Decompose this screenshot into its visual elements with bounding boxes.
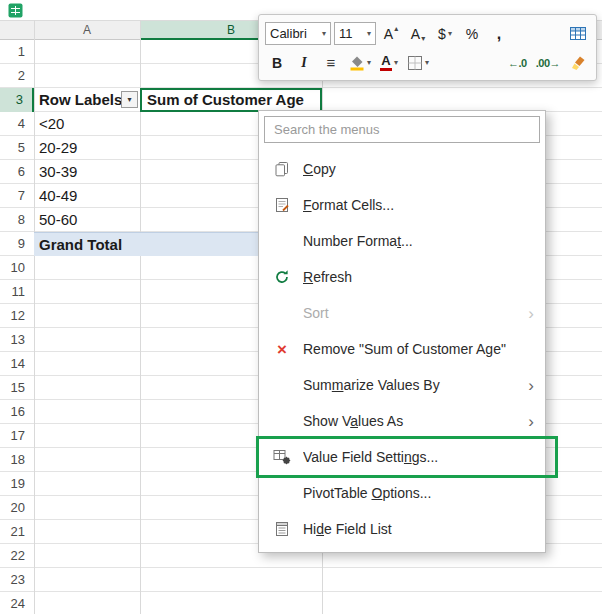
borders-button[interactable]: ▾ [404, 50, 432, 75]
chevron-down-icon: ▾ [367, 58, 371, 67]
format-painter-icon [570, 55, 586, 71]
format-as-table-button[interactable] [566, 21, 590, 46]
font-name-value: Calibri [270, 26, 307, 41]
increase-decimal-button[interactable]: ←.0 [505, 50, 530, 75]
align-center-button[interactable]: ≡ [319, 50, 343, 75]
chevron-down-icon: ▾ [394, 58, 398, 67]
row-header-10[interactable]: 10 [0, 256, 34, 280]
row-header-2[interactable]: 2 [0, 64, 34, 88]
excel-window: A B 123456789101112131415161718192021222… [0, 0, 602, 614]
decrease-decimal-button[interactable]: .00→ [533, 50, 563, 75]
row-header-15[interactable]: 15 [0, 376, 34, 400]
pivot-row-label-cell[interactable]: 50-60 [34, 208, 140, 232]
font-name-select[interactable]: Calibri ▾ [265, 22, 331, 45]
menu-item-value-field-settings[interactable]: Value Field Settings... [264, 439, 540, 475]
row-header-11[interactable]: 11 [0, 280, 34, 304]
font-size-select[interactable]: 11 ▾ [334, 22, 376, 45]
menu-item-show-values-as[interactable]: Show Values As › [264, 403, 540, 439]
row-labels-header-cell[interactable]: Row Labels ▾ [34, 88, 140, 112]
chevron-down-icon: ▾ [322, 29, 326, 38]
menu-item-remove-sum-of-customer-age[interactable]: × Remove "Sum of Customer Age" [264, 331, 540, 367]
chevron-down-icon: ▾ [367, 29, 371, 38]
menu-item-label: PivotTable Options... [303, 485, 534, 501]
bold-button[interactable]: B [265, 50, 289, 75]
menu-item-format-cells[interactable]: Format Cells... [264, 187, 540, 223]
active-cell-sum-of-customer-age[interactable]: Sum of Customer Age [140, 88, 322, 112]
format-painter-button[interactable] [566, 50, 590, 75]
menu-item-label: Refresh [303, 269, 534, 285]
row-header-20[interactable]: 20 [0, 496, 34, 520]
pivot-row-label-cell[interactable]: 20-29 [34, 136, 140, 160]
chevron-down-icon: ▾ [448, 29, 452, 38]
font-color-letter: A [381, 55, 390, 67]
row-header-5[interactable]: 5 [0, 136, 34, 160]
menu-item-refresh[interactable]: Refresh [264, 259, 540, 295]
menu-item-label: Copy [303, 161, 534, 177]
menu-item-label: Show Values As [303, 413, 520, 429]
row-header-8[interactable]: 8 [0, 208, 34, 232]
row-header-17[interactable]: 17 [0, 424, 34, 448]
refresh-icon [270, 269, 294, 285]
currency-icon: $ [438, 26, 446, 42]
pivot-row-label-cell[interactable]: 30-39 [34, 160, 140, 184]
row-header-6[interactable]: 6 [0, 160, 34, 184]
chevron-down-icon: ▾ [425, 58, 429, 67]
row-header-16[interactable]: 16 [0, 400, 34, 424]
caret-down-icon: ▾ [421, 34, 425, 43]
increase-font-size-button[interactable]: A▴ [379, 21, 403, 46]
menu-item-summarize-values-by[interactable]: Summarize Values By › [264, 367, 540, 403]
menu-item-number-format[interactable]: Number Format... [264, 223, 540, 259]
font-color-button[interactable]: A ▾ [377, 50, 401, 75]
mini-toolbar-row-2: B I ≡ ▾ A ▾ ▾ ←.0 .00→ [265, 48, 590, 77]
grand-total-label-cell[interactable]: Grand Total [34, 232, 140, 256]
accounting-number-format-button[interactable]: $▾ [433, 21, 457, 46]
column-header-a[interactable]: A [34, 21, 140, 40]
pivot-row-label-cell[interactable]: <20 [34, 112, 140, 136]
row-header-14[interactable]: 14 [0, 352, 34, 376]
font-size-value: 11 [339, 26, 353, 41]
menu-item-label: Format Cells... [303, 197, 534, 213]
row-header-23[interactable]: 23 [0, 568, 34, 592]
fill-color-button[interactable]: ▾ [346, 50, 374, 75]
increase-decimal-icon: ←.0 [508, 57, 527, 69]
row-header-7[interactable]: 7 [0, 184, 34, 208]
decrease-font-size-button[interactable]: A▾ [406, 21, 430, 46]
submenu-chevron-icon: › [528, 305, 534, 322]
percent-style-button[interactable]: % [460, 21, 484, 46]
row-header-22[interactable]: 22 [0, 544, 34, 568]
row-header-1[interactable]: 1 [0, 40, 34, 64]
menu-search-input[interactable] [264, 116, 540, 143]
value-field-settings-icon [270, 449, 294, 465]
row-header-9[interactable]: 9 [0, 232, 34, 256]
remove-icon: × [270, 341, 294, 358]
fill-color-icon [349, 55, 365, 71]
decrease-decimal-icon: .00→ [536, 57, 560, 69]
align-center-icon: ≡ [327, 54, 336, 71]
submenu-chevron-icon: › [528, 413, 534, 430]
row-header-24[interactable]: 24 [0, 592, 34, 614]
menu-item-copy[interactable]: Copy [264, 151, 540, 187]
borders-icon [407, 55, 423, 71]
menu-item-label: Sort [303, 305, 520, 321]
row-header-12[interactable]: 12 [0, 304, 34, 328]
row-header-19[interactable]: 19 [0, 472, 34, 496]
filter-dropdown-button[interactable]: ▾ [121, 91, 138, 108]
menu-item-hide-field-list[interactable]: Hide Field List [264, 511, 540, 547]
format-cells-icon [270, 197, 294, 213]
table-icon [569, 25, 587, 42]
menu-item-label: Hide Field List [303, 521, 534, 537]
menu-item-pivottable-options[interactable]: PivotTable Options... [264, 475, 540, 511]
pivot-row-label-cell[interactable]: 40-49 [34, 184, 140, 208]
grow-font-icon: A [384, 26, 393, 42]
italic-button[interactable]: I [292, 50, 316, 75]
row-header-21[interactable]: 21 [0, 520, 34, 544]
menu-item-label: Remove "Sum of Customer Age" [303, 341, 534, 357]
font-color-icon: A [380, 55, 392, 71]
row-header-4[interactable]: 4 [0, 112, 34, 136]
submenu-chevron-icon: › [528, 377, 534, 394]
row-header-3[interactable]: 3 [0, 88, 34, 112]
row-header-13[interactable]: 13 [0, 328, 34, 352]
comma-style-button[interactable]: , [487, 21, 511, 46]
menu-item-sort: Sort › [264, 295, 540, 331]
row-header-18[interactable]: 18 [0, 448, 34, 472]
